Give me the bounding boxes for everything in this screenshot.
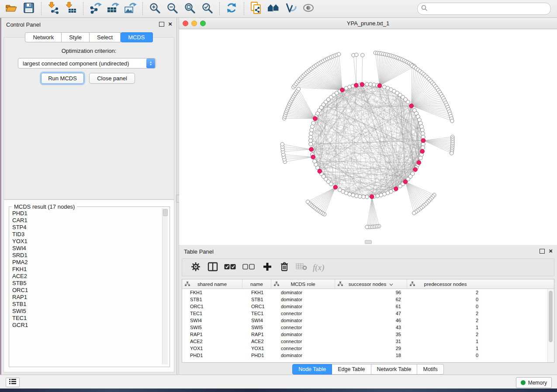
add-row-button[interactable] [262,262,273,273]
zoom-selected-button[interactable] [200,2,214,16]
graph-hub-node[interactable] [313,117,317,121]
tab-select[interactable]: Select [90,32,121,42]
graph-node[interactable] [338,188,342,192]
network-overview-button[interactable] [266,2,280,16]
column-header-shared-name[interactable]: shared name [182,279,242,289]
list-item[interactable]: PMA2 [10,259,160,266]
table-row[interactable]: PHD1PHD1dominator180 [182,352,554,359]
close-panel-icon[interactable]: × [168,21,172,27]
graph-leaf-node[interactable] [280,142,284,146]
table-row[interactable]: ACE2ACE2connector311 [182,338,554,345]
graph-node[interactable] [309,139,313,143]
export-image-button[interactable] [123,2,137,16]
column-header-name[interactable]: name [242,279,271,289]
table-row[interactable]: SWI4SWI4dominator462 [182,317,554,324]
table-row[interactable]: SWI5SWI5connector431 [182,324,554,331]
table-scrollbar-thumb[interactable] [549,291,553,342]
tab-edge-table[interactable]: Edge Table [332,364,371,375]
deselect-all-button[interactable] [241,262,256,273]
list-scrollbar[interactable] [162,208,168,364]
column-header-predecessor-nodes[interactable]: predecessor nodes [407,279,484,289]
graph-hub-node[interactable] [377,84,382,88]
graph-hub-node[interactable] [340,88,345,92]
table-row[interactable]: ORC1ORC1dominator610 [182,303,554,310]
graph-node[interactable] [309,135,313,139]
close-panel-icon[interactable]: × [549,248,553,254]
list-item[interactable]: FKH1 [10,266,160,273]
show-columns-button[interactable] [207,262,218,273]
graph-node[interactable] [420,125,424,129]
graph-node[interactable] [309,131,313,135]
graph-hub-node[interactable] [318,169,322,173]
graph-hub-node[interactable] [370,195,374,199]
delete-rows-button[interactable] [279,262,290,273]
graph-node[interactable] [311,121,315,125]
zoom-fit-button[interactable] [183,2,197,16]
memory-button[interactable]: Memory [516,377,552,388]
vizmapper-button[interactable] [284,2,298,16]
table-row[interactable]: YOX1YOX1connector291 [182,345,554,352]
horizontal-splitter-grip[interactable] [365,240,372,244]
graph-node[interactable] [376,194,380,198]
list-item[interactable]: STP4 [10,224,160,231]
graph-leaf-node[interactable] [450,119,454,123]
import-table-button[interactable] [64,2,78,16]
zoom-in-button[interactable] [148,2,162,16]
task-history-button[interactable] [6,378,20,387]
graph-hub-node[interactable] [354,83,359,88]
list-item[interactable]: RAP1 [10,294,160,301]
table-row[interactable]: STB1STB1dominator620 [182,296,554,303]
tab-network-table[interactable]: Network Table [371,364,418,375]
graph-leaf-node[interactable] [306,200,309,203]
graph-node[interactable] [365,195,369,199]
clone-network-button[interactable] [249,2,263,16]
list-item[interactable]: YOX1 [10,238,160,245]
graph-hub-node[interactable] [394,187,398,191]
open-session-button[interactable] [4,2,18,16]
graph-leaf-node[interactable] [450,151,453,155]
graph-hub-node[interactable] [403,180,408,184]
close-panel-button[interactable]: Close panel [89,73,135,84]
graph-hub-node[interactable] [311,155,315,159]
graph-leaf-node[interactable] [365,225,369,229]
tab-style[interactable]: Style [62,32,90,42]
table-scrollbar[interactable] [547,289,554,362]
graph-node[interactable] [369,83,373,86]
list-item[interactable]: ACE2 [10,273,160,280]
list-scrollbar-thumb[interactable] [163,209,168,216]
show-graphics-details-button[interactable] [301,2,315,16]
export-table-button[interactable] [106,2,120,16]
graph-hub-node[interactable] [413,168,418,172]
save-session-button[interactable] [22,2,36,16]
graph-node[interactable] [379,193,383,197]
graph-node[interactable] [310,128,314,132]
graph-hub-node[interactable] [417,161,421,165]
select-all-button[interactable] [224,262,235,273]
list-item[interactable]: CAR1 [10,217,160,224]
graph-node[interactable] [365,83,369,86]
tab-motifs[interactable]: Motifs [417,364,443,375]
graph-hub-node[interactable] [409,104,414,108]
list-item[interactable]: GCR1 [10,322,160,329]
list-item[interactable]: SWI4 [10,245,160,252]
graph-leaf-node[interactable] [355,53,358,56]
graph-node[interactable] [419,156,422,160]
list-item[interactable]: TEC1 [10,315,160,322]
graph-hub-node[interactable] [420,149,425,154]
graph-node[interactable] [372,83,376,87]
list-item[interactable]: PHD1 [10,210,160,217]
list-item[interactable]: SWI5 [10,308,160,315]
graph-node[interactable] [420,128,424,132]
export-network-button[interactable] [88,2,102,16]
graph-node[interactable] [421,131,425,135]
graph-node[interactable] [406,100,410,104]
list-item[interactable]: STB5 [10,280,160,287]
table-row[interactable]: FKH1FKH1dominator962 [182,289,554,296]
graph-node[interactable] [309,142,313,146]
zoom-out-button[interactable] [165,2,179,16]
column-header-successor-nodes[interactable]: successor nodes [335,279,407,289]
search-input[interactable] [430,5,547,12]
optimization-criterion-select[interactable]: largest connected component (undirected)… [18,58,156,69]
graph-hub-node[interactable] [333,185,338,189]
sort-chevron-icon[interactable] [389,282,393,287]
